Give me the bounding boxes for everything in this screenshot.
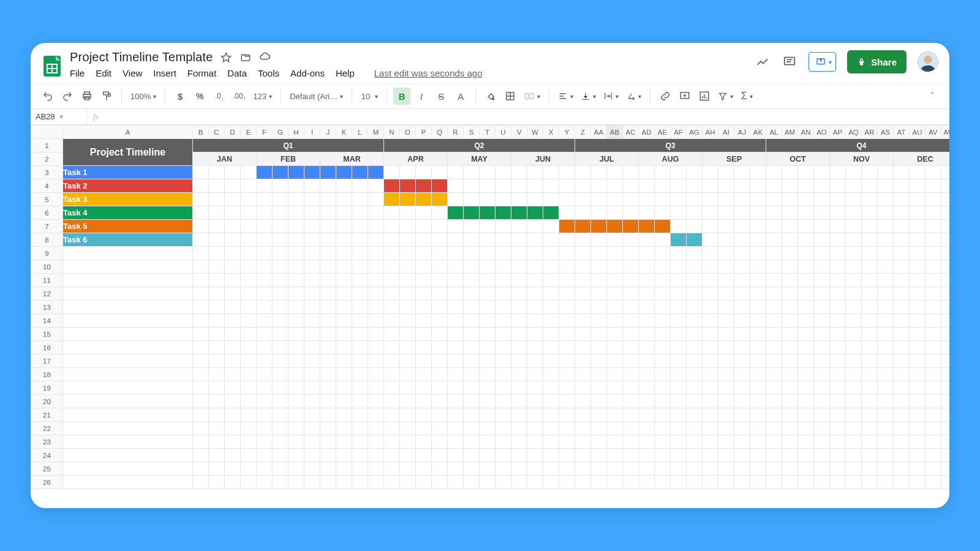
- gantt-bar[interactable]: [304, 166, 320, 179]
- font-size-select[interactable]: 10 ▾: [358, 88, 380, 105]
- row-header[interactable]: 24: [31, 449, 63, 462]
- row-header[interactable]: 6: [31, 206, 63, 220]
- row-header[interactable]: 10: [31, 260, 63, 274]
- horizontal-align-button[interactable]: [556, 88, 576, 105]
- column-header[interactable]: Z: [575, 126, 591, 139]
- print-button[interactable]: [78, 88, 96, 105]
- font-select[interactable]: Default (Ari…: [287, 88, 345, 105]
- gantt-bar[interactable]: [432, 193, 448, 206]
- gantt-bar[interactable]: [416, 193, 432, 206]
- gantt-bar[interactable]: [416, 179, 432, 193]
- gantt-bar[interactable]: [671, 233, 687, 247]
- paint-format-button[interactable]: [98, 88, 115, 105]
- gantt-bar[interactable]: [384, 193, 400, 206]
- gantt-bar[interactable]: [639, 220, 655, 233]
- row-header[interactable]: 8: [31, 233, 63, 247]
- row-header[interactable]: 4: [31, 179, 63, 193]
- row-header[interactable]: 25: [31, 462, 63, 476]
- account-avatar[interactable]: [918, 51, 938, 72]
- column-header[interactable]: AC: [623, 126, 639, 139]
- gantt-bar[interactable]: [336, 166, 352, 179]
- comments-icon[interactable]: [782, 54, 797, 70]
- move-icon[interactable]: [239, 51, 252, 64]
- explore-icon[interactable]: [755, 54, 771, 70]
- toolbar-expand-icon[interactable]: ˆ: [924, 88, 941, 105]
- gantt-bar[interactable]: [273, 166, 288, 179]
- cloud-status-icon[interactable]: [258, 51, 272, 64]
- gantt-bar[interactable]: [527, 206, 543, 220]
- vertical-align-button[interactable]: [578, 88, 598, 105]
- column-header[interactable]: C: [209, 126, 225, 139]
- percent-button[interactable]: %: [191, 88, 208, 105]
- zoom-select[interactable]: 100%: [128, 88, 159, 105]
- currency-button[interactable]: $: [172, 88, 189, 105]
- column-header[interactable]: V: [511, 126, 527, 139]
- insert-chart-button[interactable]: [696, 88, 713, 105]
- column-header[interactable]: Q: [432, 126, 448, 139]
- share-button[interactable]: Share: [847, 50, 907, 73]
- row-header[interactable]: 26: [31, 476, 63, 489]
- text-color-button[interactable]: A: [452, 88, 469, 105]
- menu-format[interactable]: Format: [187, 68, 217, 78]
- column-header[interactable]: D: [225, 126, 241, 139]
- column-header[interactable]: I: [304, 126, 320, 139]
- column-header[interactable]: AU: [910, 126, 925, 139]
- decrease-decimal-button[interactable]: .0↓: [211, 88, 228, 105]
- column-header[interactable]: AH: [703, 126, 718, 139]
- column-header[interactable]: AM: [782, 126, 798, 139]
- italic-button[interactable]: I: [413, 88, 430, 105]
- row-header[interactable]: 7: [31, 220, 63, 233]
- column-header[interactable]: W: [527, 126, 543, 139]
- column-header[interactable]: L: [352, 126, 368, 139]
- gantt-bar[interactable]: [687, 233, 703, 247]
- row-header[interactable]: 2: [31, 152, 63, 166]
- row-header[interactable]: 22: [31, 422, 63, 435]
- column-header[interactable]: X: [543, 126, 559, 139]
- gantt-bar[interactable]: [623, 220, 639, 233]
- document-title[interactable]: Project Timeline Template: [70, 50, 213, 64]
- row-header[interactable]: 11: [31, 274, 63, 287]
- column-header[interactable]: AP: [830, 126, 846, 139]
- column-header[interactable]: AJ: [734, 126, 750, 139]
- gantt-bar[interactable]: [464, 206, 480, 220]
- column-header[interactable]: R: [448, 126, 464, 139]
- spreadsheet-grid[interactable]: ABCDEFGHIJKLMNOPQRSTUVWXYZAAABACADAEAFAG…: [31, 125, 949, 508]
- present-button[interactable]: ▾: [809, 52, 836, 72]
- row-header[interactable]: 3: [31, 166, 63, 179]
- column-header[interactable]: J: [320, 126, 336, 139]
- row-header[interactable]: 1: [31, 139, 63, 152]
- gantt-bar[interactable]: [480, 206, 496, 220]
- menu-add-ons[interactable]: Add-ons: [290, 68, 325, 78]
- filter-button[interactable]: [715, 88, 736, 105]
- gantt-bar[interactable]: [607, 220, 623, 233]
- insert-comment-button[interactable]: [676, 88, 693, 105]
- column-header[interactable]: AG: [687, 126, 703, 139]
- menu-help[interactable]: Help: [336, 68, 355, 78]
- gantt-bar[interactable]: [591, 220, 607, 233]
- gantt-bar[interactable]: [352, 166, 368, 179]
- column-header[interactable]: AL: [766, 126, 782, 139]
- number-format-select[interactable]: 123: [251, 88, 274, 105]
- row-header[interactable]: 13: [31, 301, 63, 314]
- gantt-bar[interactable]: [257, 166, 273, 179]
- row-header[interactable]: 12: [31, 287, 63, 301]
- menu-edit[interactable]: Edit: [96, 68, 111, 78]
- column-header[interactable]: AK: [750, 126, 766, 139]
- gantt-bar[interactable]: [400, 193, 416, 206]
- select-all-corner[interactable]: [31, 126, 63, 139]
- borders-button[interactable]: [502, 88, 519, 105]
- gantt-bar[interactable]: [368, 166, 384, 179]
- gantt-bar[interactable]: [511, 206, 527, 220]
- column-header[interactable]: AF: [671, 126, 687, 139]
- row-header[interactable]: 18: [31, 368, 63, 381]
- row-header[interactable]: 21: [31, 408, 63, 422]
- column-header[interactable]: AN: [798, 126, 814, 139]
- row-header[interactable]: 9: [31, 247, 63, 260]
- gantt-bar[interactable]: [432, 179, 448, 193]
- menu-view[interactable]: View: [123, 68, 142, 78]
- column-header[interactable]: S: [464, 126, 480, 139]
- gantt-bar[interactable]: [496, 206, 511, 220]
- column-header[interactable]: AR: [862, 126, 878, 139]
- text-rotation-button[interactable]: [624, 88, 644, 105]
- column-header[interactable]: M: [368, 126, 384, 139]
